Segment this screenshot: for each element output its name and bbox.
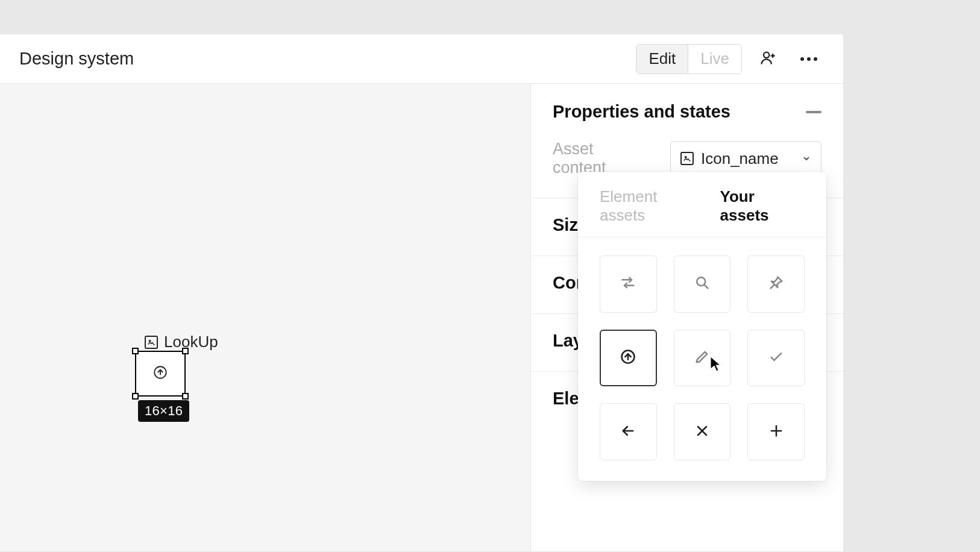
plus-icon — [768, 422, 785, 442]
collapse-icon[interactable] — [806, 111, 821, 113]
asset-arrow-up-circle[interactable] — [600, 330, 657, 387]
svg-point-3 — [685, 157, 686, 158]
size-badge: 16×16 — [138, 400, 189, 422]
check-icon — [768, 348, 785, 368]
asset-search[interactable] — [674, 256, 731, 313]
edit-icon — [694, 348, 711, 368]
user-plus-icon — [759, 49, 776, 69]
asset-close[interactable] — [674, 403, 731, 460]
asset-popover: Element assets Your assets — [578, 172, 826, 481]
asset-check[interactable] — [747, 330, 805, 387]
page-title: Design system — [19, 49, 625, 69]
resize-handle-bl[interactable] — [132, 393, 139, 400]
asset-grid — [578, 237, 826, 466]
resize-handle-tr[interactable] — [182, 348, 189, 354]
resize-handle-br[interactable] — [182, 393, 189, 400]
properties-panel: Properties and states Asset content Icon… — [530, 84, 843, 551]
panel-section-header[interactable]: Properties and states — [531, 84, 843, 133]
arrow-up-circle-icon — [152, 365, 168, 383]
asset-swap[interactable] — [600, 256, 657, 313]
popover-tabs: Element assets Your assets — [578, 172, 826, 237]
pin-icon — [768, 274, 785, 293]
asset-plus[interactable] — [747, 403, 805, 460]
more-menu-button[interactable] — [794, 44, 824, 74]
arrow-left-icon — [620, 422, 636, 442]
edit-mode-button[interactable]: Edit — [636, 45, 688, 74]
asset-dropdown[interactable]: Icon_name — [670, 141, 821, 176]
selection-name: LookUp — [164, 333, 218, 351]
live-mode-button[interactable]: Live — [688, 45, 741, 74]
tab-your-assets[interactable]: Your assets — [720, 187, 805, 225]
asset-edit[interactable] — [674, 330, 731, 387]
image-icon — [145, 336, 158, 349]
tab-element-assets[interactable]: Element assets — [600, 187, 703, 225]
close-icon — [694, 422, 711, 442]
swap-icon — [620, 274, 636, 293]
arrow-up-circle-icon — [620, 348, 636, 368]
image-icon — [680, 152, 694, 165]
resize-handle-tl[interactable] — [132, 348, 139, 354]
search-icon — [694, 274, 711, 293]
app-window: Design system Edit Live LookUp — [0, 34, 844, 552]
share-button[interactable] — [753, 44, 783, 74]
asset-pin[interactable] — [747, 256, 805, 313]
panel-section-title: Properties and states — [553, 102, 730, 122]
top-bar: Design system Edit Live — [0, 34, 843, 84]
canvas-area[interactable]: LookUp 16×16 — [0, 84, 530, 551]
mode-segment: Edit Live — [636, 44, 742, 74]
asset-arrow-left[interactable] — [600, 403, 657, 460]
dropdown-value: Icon_name — [701, 149, 794, 168]
svg-point-0 — [764, 52, 769, 57]
selected-element[interactable] — [136, 351, 185, 396]
chevron-down-icon — [802, 154, 811, 163]
selection-label: LookUp — [145, 333, 218, 351]
svg-point-1 — [149, 340, 151, 341]
